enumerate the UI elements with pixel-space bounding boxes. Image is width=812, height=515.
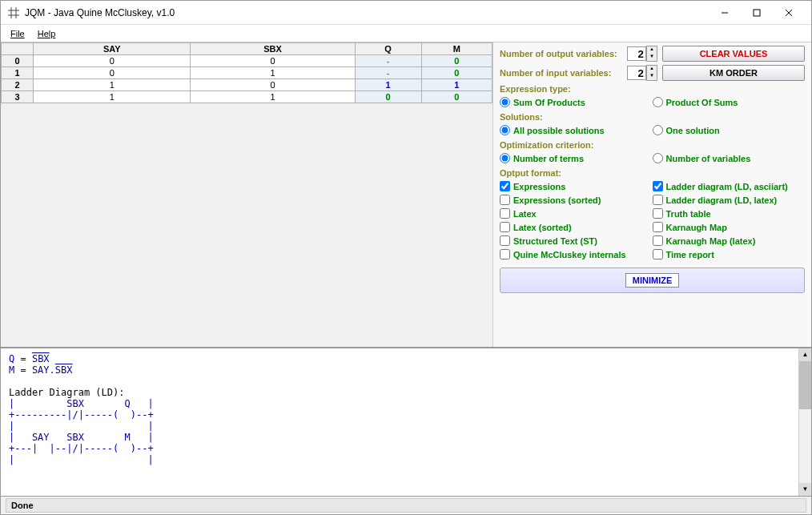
cell-input[interactable]: 1 [34,91,191,103]
cell-input[interactable]: 1 [34,79,191,91]
check-truth-table[interactable]: Truth table [653,208,806,219]
table-row[interactable]: 3 1 1 0 0 [2,91,492,103]
expression-type-heading: Expression type: [500,84,805,94]
cell-input[interactable]: 0 [191,55,355,67]
num-output-label: Number of output variables: [500,49,627,58]
window-title: JQM - Java Quine McCluskey, v1.0 [25,7,709,18]
radio-num-terms[interactable]: Number of terms [500,153,653,163]
cell-input[interactable]: 1 [191,91,355,103]
menu-file[interactable]: File [4,27,31,40]
num-output-spinner[interactable]: ▲▼ [627,46,657,62]
check-qm-internals[interactable]: Quine McCluskey internals [500,249,653,260]
num-output-input[interactable] [627,46,646,61]
table-row[interactable]: 1 0 1 - 0 [2,67,492,79]
truth-table-area: SAY SBX Q M 0 0 0 - 0 1 0 1 - 0 2 1 [1,42,492,347]
check-kmap[interactable]: Karnaugh Map [653,222,806,232]
radio-one-solution[interactable]: One solution [653,125,806,135]
cell-input[interactable]: 1 [191,67,355,79]
close-window-button[interactable] [773,2,805,24]
table-row[interactable]: 0 0 0 - 0 [2,55,492,67]
solutions-heading: Solutions: [500,112,805,122]
num-input-spinner[interactable]: ▲▼ [627,65,657,81]
table-row[interactable]: 2 1 0 1 1 [2,79,492,91]
cell-output[interactable]: 1 [421,79,492,91]
row-index: 0 [2,55,34,67]
scroll-thumb[interactable] [799,361,811,409]
optimization-heading: Optimization criterion: [500,140,805,150]
clear-values-button[interactable]: CLEAR VALUES [662,46,805,62]
check-kmap-latex[interactable]: Karnaugh Map (latex) [653,235,806,246]
scroll-up-icon[interactable]: ▲ [799,348,811,361]
svg-rect-5 [754,10,760,16]
spinner-up-icon[interactable]: ▲ [647,66,657,73]
cell-output[interactable]: 0 [421,55,492,67]
output-textarea[interactable]: Q = SBX M = SAY.SBX Ladder Diagram (LD):… [1,348,798,496]
minimize-button[interactable]: MINIMIZE [625,273,680,288]
app-icon [7,6,20,19]
num-input-label: Number of input variables: [500,68,627,78]
status-text: Done [6,498,806,513]
cell-output[interactable]: - [355,67,421,79]
check-expressions[interactable]: Expressions [500,181,653,191]
check-ladder-latex[interactable]: Ladder diagram (LD, latex) [653,195,806,205]
row-index: 1 [2,67,34,79]
truth-table[interactable]: SAY SBX Q M 0 0 0 - 0 1 0 1 - 0 2 1 [1,42,492,103]
minimize-window-button[interactable] [709,2,741,24]
radio-all-solutions[interactable]: All possible solutions [500,125,653,135]
options-panel: Number of output variables: ▲▼ CLEAR VAL… [492,42,811,347]
num-input-input[interactable] [627,66,646,80]
cell-output[interactable]: 0 [421,91,492,103]
check-structured-text[interactable]: Structured Text (ST) [500,235,653,246]
spinner-down-icon[interactable]: ▼ [647,73,657,80]
spinner-down-icon[interactable]: ▼ [647,54,657,61]
cell-input[interactable]: 0 [191,79,355,91]
row-index: 3 [2,91,34,103]
output-format-heading: Optput format: [500,168,805,178]
check-expr-sorted[interactable]: Expressions (sorted) [500,195,653,205]
check-ladder-ascii[interactable]: Ladder diagram (LD, asciiart) [653,181,806,191]
row-index: 2 [2,79,34,91]
radio-pos[interactable]: Product Of Sums [653,97,806,107]
km-order-button[interactable]: KM ORDER [662,65,805,81]
cell-output[interactable]: 0 [421,67,492,79]
spinner-up-icon[interactable]: ▲ [647,46,657,54]
col-header-blank [2,43,34,55]
maximize-window-button[interactable] [741,2,773,24]
radio-num-vars[interactable]: Number of variables [653,153,806,163]
cell-output[interactable]: - [355,55,421,67]
col-header-m[interactable]: M [421,43,492,55]
cell-output[interactable]: 1 [355,79,421,91]
output-scrollbar[interactable]: ▲ ▼ [798,348,811,496]
check-latex[interactable]: Latex [500,208,653,219]
col-header-q[interactable]: Q [355,43,421,55]
col-header-sbx[interactable]: SBX [191,43,355,55]
cell-input[interactable]: 0 [34,67,191,79]
menu-help[interactable]: Help [31,27,62,40]
check-time-report[interactable]: Time report [653,249,806,260]
cell-input[interactable]: 0 [34,55,191,67]
col-header-say[interactable]: SAY [34,43,191,55]
check-latex-sorted[interactable]: Latex (sorted) [500,222,653,232]
scroll-down-icon[interactable]: ▼ [799,483,811,496]
radio-sop[interactable]: Sum Of Products [500,97,653,107]
cell-output[interactable]: 0 [355,91,421,103]
